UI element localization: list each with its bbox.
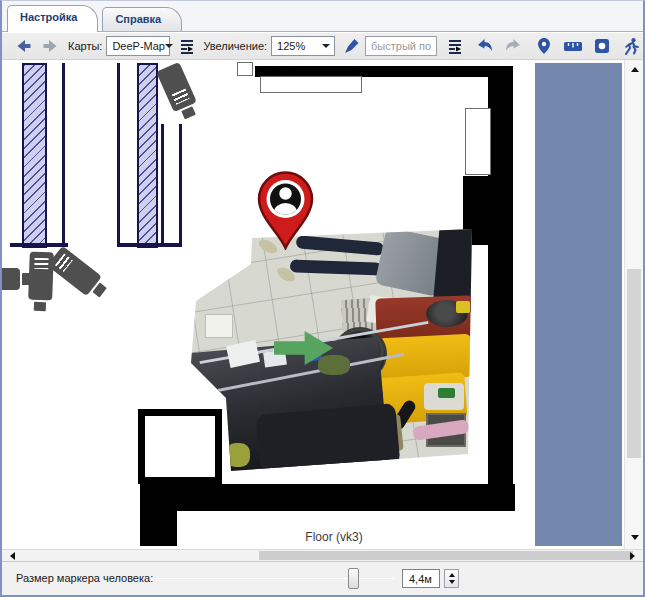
layer-list-icon[interactable] <box>177 37 197 56</box>
maps-label: Карты: <box>68 40 102 52</box>
wall-segment-bottom <box>140 484 515 511</box>
app-window: Настройка Справка Карты: DeeP-Map Увелич… <box>0 0 645 597</box>
horizontal-scrollbar[interactable] <box>2 549 643 561</box>
hatched-column <box>22 63 47 248</box>
scroll-up-button[interactable] <box>627 62 642 77</box>
photo-machine-chip <box>438 388 455 398</box>
maps-dropdown-value: DeeP-Map <box>112 40 165 52</box>
zoom-dropdown-value: 125% <box>277 40 305 52</box>
room-outline-top <box>260 76 362 93</box>
location-pin-icon[interactable] <box>534 37 554 56</box>
map-canvas[interactable]: Floor (vk3) <box>2 60 624 549</box>
photo-floor-paper <box>205 314 233 338</box>
photo-dark-clothes <box>256 403 401 477</box>
zoom-label: Увеличение: <box>203 40 267 52</box>
wall-line <box>62 63 65 245</box>
back-arrow-icon[interactable] <box>14 37 34 56</box>
forward-arrow-icon[interactable] <box>40 37 60 56</box>
camera-icon[interactable] <box>156 62 197 112</box>
maps-dropdown[interactable]: DeeP-Map <box>106 36 170 56</box>
chevron-down-icon <box>165 37 173 55</box>
marker-size-label: Размер маркера человека: <box>16 572 153 584</box>
horizontal-scrollbar-thumb[interactable] <box>259 551 633 560</box>
offmap-region <box>535 63 622 546</box>
ruler-icon[interactable] <box>563 37 583 56</box>
running-person-icon[interactable] <box>621 37 641 56</box>
quick-search-input[interactable] <box>365 36 437 56</box>
photo-corner-item <box>226 443 250 467</box>
undo-icon[interactable] <box>474 37 494 56</box>
marker-size-value-text: 4,4м <box>409 573 432 585</box>
slider-thumb[interactable] <box>348 568 359 589</box>
floor-caption: Floor (vk3) <box>274 530 394 544</box>
tab-bar: Настройка Справка <box>2 1 643 32</box>
marker-size-slider[interactable] <box>150 568 394 589</box>
zoom-dropdown[interactable]: 125% <box>271 36 335 56</box>
camera-vents <box>172 89 190 105</box>
scroll-left-button[interactable] <box>5 551 20 561</box>
photo-green-items <box>318 355 350 375</box>
tab-settings[interactable]: Настройка <box>7 5 98 32</box>
layer-list-icon[interactable] <box>445 37 465 56</box>
spinner-up-icon[interactable] <box>449 573 455 577</box>
marker-size-panel: Размер маркера человека: 4,4м <box>2 561 643 595</box>
marker-size-value[interactable]: 4,4м <box>402 569 440 588</box>
marker-size-spinner[interactable] <box>444 569 459 588</box>
camera-icon[interactable] <box>47 246 102 296</box>
room-outline-right <box>465 108 491 175</box>
room-square-outline <box>138 409 222 484</box>
spinner-down-icon[interactable] <box>449 580 455 584</box>
camera-vents <box>34 258 48 269</box>
camera-icon[interactable] <box>28 252 54 301</box>
map-row: Floor (vk3) <box>2 60 643 549</box>
wall-segment-bottom-left <box>140 484 177 546</box>
toolbar: Карты: DeeP-Map Увеличение: 125% <box>2 32 643 60</box>
wall-line <box>117 63 120 245</box>
pen-icon[interactable] <box>341 37 361 56</box>
vertical-scrollbar-thumb[interactable] <box>627 269 641 458</box>
photo-yellow-tag <box>456 301 470 313</box>
vertical-scrollbar[interactable] <box>624 60 643 549</box>
wall-line <box>161 124 164 245</box>
hatched-column <box>137 63 158 248</box>
wall-notch <box>237 62 253 76</box>
redo-icon[interactable] <box>504 37 524 56</box>
scroll-down-button[interactable] <box>627 530 642 545</box>
wall-line <box>10 243 68 247</box>
wall-line <box>179 124 182 245</box>
wall-line <box>117 243 182 247</box>
camera-view-icon[interactable] <box>592 37 612 56</box>
chevron-down-icon <box>318 37 334 55</box>
camera-vents <box>55 253 73 272</box>
person-marker-pin[interactable] <box>252 171 319 250</box>
tab-help[interactable]: Справка <box>102 7 182 31</box>
camera-icon[interactable] <box>2 268 20 290</box>
wall-segment-right <box>488 66 513 508</box>
scroll-right-button[interactable] <box>625 551 640 561</box>
